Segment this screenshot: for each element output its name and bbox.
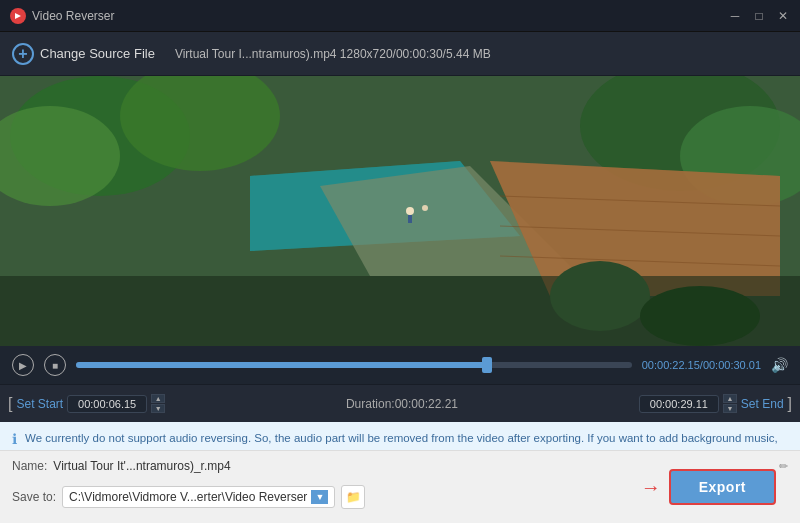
save-path-text: C:\Vidmore\Vidmore V...erter\Video Rever…: [69, 490, 307, 504]
start-time-down[interactable]: ▼: [151, 404, 165, 413]
name-label: Name:: [12, 459, 47, 473]
svg-point-20: [422, 205, 428, 211]
maximize-button[interactable]: □: [752, 9, 766, 23]
timeline-section: ▶ ■ 00:00:22.15/00:00:30.01 🔊: [0, 346, 800, 384]
save-row: Save to: C:\Vidmore\Vidmore V...erter\Vi…: [12, 479, 788, 515]
video-content: [0, 76, 800, 346]
play-button[interactable]: ▶: [12, 354, 34, 376]
save-to-label: Save to:: [12, 490, 56, 504]
app-title: Video Reverser: [32, 9, 115, 23]
end-time-down[interactable]: ▼: [723, 404, 737, 413]
svg-point-16: [550, 261, 650, 331]
export-area: → Export: [641, 469, 776, 505]
start-time-spinners: ▲ ▼: [151, 394, 165, 413]
window-controls: ─ □ ✕: [728, 9, 790, 23]
minimize-button[interactable]: ─: [728, 9, 742, 23]
browse-folder-button[interactable]: 📁: [341, 485, 365, 509]
set-end-button[interactable]: Set End: [741, 397, 784, 411]
svg-rect-19: [408, 215, 412, 223]
start-time-input[interactable]: [67, 395, 147, 413]
svg-point-18: [406, 207, 414, 215]
time-display: 00:00:22.15/00:00:30.01: [642, 359, 761, 371]
close-button[interactable]: ✕: [776, 9, 790, 23]
folder-icon: 📁: [346, 490, 361, 504]
timeline-progress: [76, 362, 487, 368]
trim-section: [ Set Start ▲ ▼ Duration:00:00:22.21 ▲ ▼…: [0, 384, 800, 422]
video-thumbnail: [0, 76, 800, 346]
file-info: Virtual Tour I...ntramuros).mp4 1280x720…: [175, 47, 491, 61]
add-icon: +: [12, 43, 34, 65]
export-arrow-icon: →: [641, 476, 661, 499]
svg-marker-0: [15, 13, 21, 19]
toolbar: + Change Source File Virtual Tour I...nt…: [0, 32, 800, 76]
duration-display: Duration:00:00:22.21: [346, 397, 458, 411]
set-start-button[interactable]: Set Start: [16, 397, 63, 411]
end-time-spinners: ▲ ▼: [723, 394, 737, 413]
title-bar: Video Reverser ─ □ ✕: [0, 0, 800, 32]
export-button[interactable]: Export: [669, 469, 776, 505]
info-icon: ℹ: [12, 431, 17, 447]
stop-icon: ■: [52, 360, 58, 371]
bottom-section: Name: Virtual Tour It'...ntramuros)_r.mp…: [0, 450, 800, 523]
edit-name-button[interactable]: ✏: [779, 460, 788, 473]
volume-icon[interactable]: 🔊: [771, 357, 788, 373]
stop-button[interactable]: ■: [44, 354, 66, 376]
timeline-bar[interactable]: [76, 362, 632, 368]
title-bar-left: Video Reverser: [10, 8, 115, 24]
video-preview: [0, 76, 800, 346]
start-time-up[interactable]: ▲: [151, 394, 165, 403]
dropdown-arrow-icon: ▼: [311, 490, 328, 504]
change-source-label: Change Source File: [40, 46, 155, 61]
right-bracket: ]: [788, 395, 792, 413]
end-time-up[interactable]: ▲: [723, 394, 737, 403]
left-bracket: [: [8, 395, 12, 413]
save-path-dropdown[interactable]: C:\Vidmore\Vidmore V...erter\Video Rever…: [62, 486, 335, 508]
change-source-button[interactable]: + Change Source File: [12, 43, 155, 65]
svg-point-17: [640, 286, 760, 346]
play-icon: ▶: [19, 360, 27, 371]
end-time-input[interactable]: [639, 395, 719, 413]
app-icon: [10, 8, 26, 24]
timeline-handle[interactable]: [482, 357, 492, 373]
